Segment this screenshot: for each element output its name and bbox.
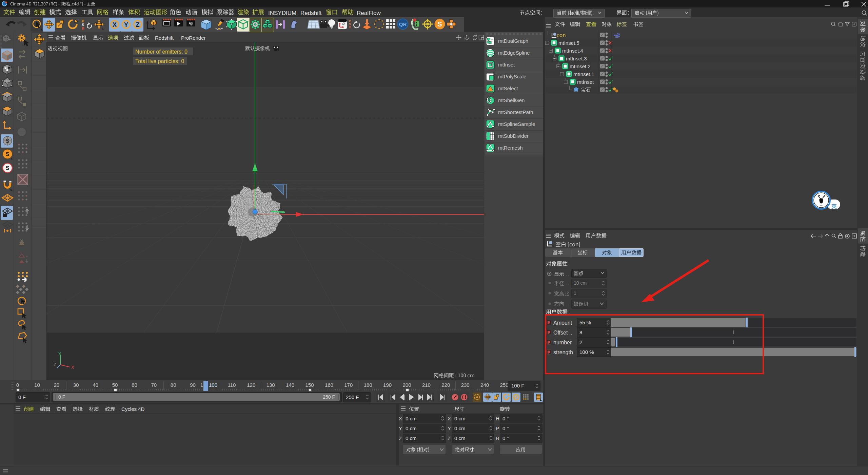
svg-text:Z: Z — [136, 21, 140, 28]
svg-text:X: X — [71, 365, 74, 370]
svg-text:S: S — [6, 151, 9, 157]
svg-text:Y: Y — [58, 351, 61, 356]
svg-text:R: R — [349, 25, 351, 29]
svg-text:Z: Z — [54, 362, 56, 367]
svg-text:Y: Y — [124, 21, 128, 28]
svg-text:X: X — [113, 21, 117, 28]
svg-text:S: S — [6, 138, 9, 144]
svg-text:S: S — [437, 20, 442, 28]
svg-text:R: R — [82, 26, 84, 31]
svg-text:QR: QR — [399, 21, 407, 27]
svg-text:xls: xls — [820, 205, 822, 207]
svg-text:P: P — [515, 395, 517, 399]
svg-text:S: S — [6, 165, 9, 171]
